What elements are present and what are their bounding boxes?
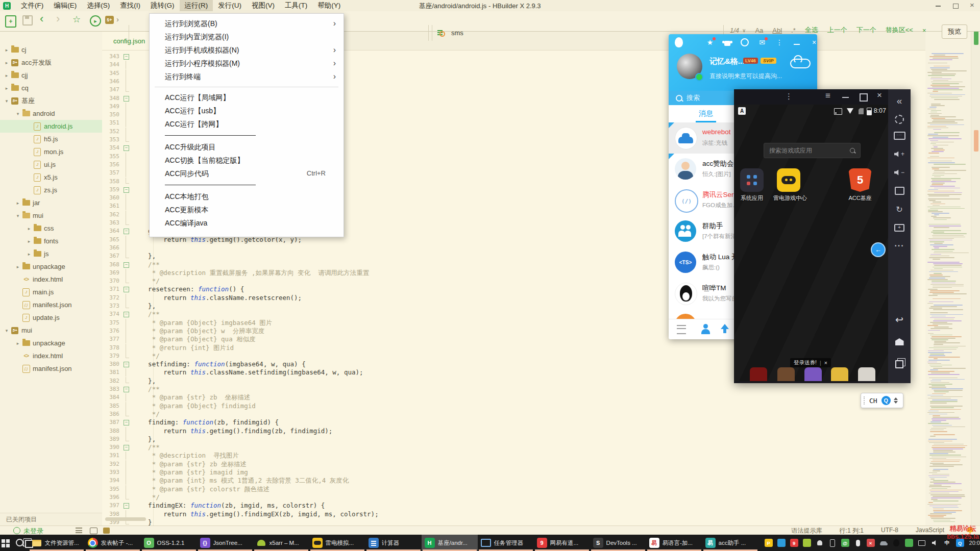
language-label[interactable]: JavaScript [916,527,944,535]
tree-item-js[interactable]: ▸js [0,247,102,260]
fold-collapse-icon[interactable]: − [124,187,129,193]
chevron-right-icon[interactable]: ▸ [3,60,10,65]
app-game-center[interactable]: 雷电游戏中心 [773,168,804,202]
device-5plus-icon[interactable]: 5+ [105,16,114,24]
tree-item-manifest.json[interactable]: {;}manifest.json [0,298,102,311]
horizontal-scrollbar[interactable] [105,517,146,521]
preview-button[interactable]: 预览 [942,24,967,39]
code-line[interactable]: 389 }, [102,435,919,443]
fold-collapse-icon[interactable]: − [124,445,129,450]
keyboard-icon[interactable] [888,128,911,143]
floating-ball[interactable]: ← [871,242,886,257]
chevron-down-icon[interactable]: ▾ [14,213,21,218]
game-shortcut[interactable]: 一刀999级 [745,367,772,381]
maximize-icon[interactable] [952,3,959,9]
phone-tray-icon[interactable] [828,539,837,547]
more-menu-icon[interactable]: ⋮ [785,92,793,101]
taskbar-app[interactable]: x5arr – M... [253,535,309,551]
code-line[interactable]: 399 } [102,518,919,525]
code-line[interactable]: 387− findimg: function(zb, findimgid) { [102,418,919,427]
chevron-right-icon[interactable]: ▸ [26,239,33,244]
tree-item-manifest.json[interactable]: {;}manifest.json [0,362,102,375]
game-shortcut[interactable]: 侠客道 [800,367,826,381]
chevron-right-icon[interactable]: ▸ [3,73,10,78]
emulator-screen[interactable]: A 8:07 搜索游戏或应用 系统应用雷电游戏中心5ACC基座 一刀999级开局… [734,105,888,381]
run-menu-item[interactable]: ACC切换【当前稳定版】 [150,154,344,167]
regex-button[interactable]: .* [791,27,796,34]
code-line[interactable]: 395 * @param {str} colorstr 颜色描述 [102,485,919,493]
menubar-item[interactable]: 跳转(G) [145,0,180,11]
taskbar-app[interactable]: 任务管理器 [478,535,534,551]
tree-item-cq[interactable]: ▸cq [0,82,102,94]
tree-item-[interactable]: ▾5+基座 [0,94,102,107]
tree-item-css[interactable]: ▸css [0,222,102,235]
fold-collapse-icon[interactable]: − [124,362,129,367]
run-menu-item[interactable]: ACC更新模本 [150,203,344,216]
encoding-label[interactable]: UTF-8 [881,527,898,535]
tree-item-fonts[interactable]: ▸fonts [0,235,102,247]
code-line[interactable]: 394 * @param {int} ms 模式 1普通,2 去除背景 3二值化… [102,477,919,485]
forward-icon[interactable]: › [56,12,60,26]
qq-minimize-icon[interactable] [792,38,801,47]
taskbar-app[interactable]: 易易语言-加... [646,535,702,551]
signature[interactable]: 直接说明来意可以提高沟... [709,72,782,81]
volume-up-icon[interactable] [888,146,911,162]
settings-icon[interactable] [888,112,911,127]
tree-item-index.html[interactable]: <>index.html [0,273,102,286]
chevron-right-icon[interactable]: ▸ [14,201,21,206]
favorite-star-icon[interactable]: ★ [705,38,715,47]
tab-messages[interactable]: 消息 [669,105,743,122]
code-line[interactable]: 396 */ [102,493,919,502]
taskbar-app[interactable]: 文件资源管... [29,535,85,551]
chevron-down-icon[interactable]: ▾ [14,111,21,116]
qq-tray-icon[interactable] [892,539,900,547]
game-shortcut[interactable]: 原始传奇 [853,367,880,381]
menubar-item[interactable]: 发行(U) [213,0,247,11]
minimize-icon[interactable] [842,97,849,98]
code-line[interactable]: 391 * @description 寻找图片 [102,452,919,460]
tree-item-android.js[interactable]: Jandroid.js [0,120,102,133]
taskbar-app[interactable]: 易acc助手 ... [702,535,758,551]
chevron-right-icon[interactable]: ▸ [26,252,33,257]
code-line[interactable]: 392 * @param {str} zb 坐标描述 [102,460,919,468]
start-button-icon[interactable] [0,535,11,551]
tree-item-unpackage[interactable]: ▸unpackage [0,260,102,273]
match-case-button[interactable]: Aa [755,27,763,34]
fold-collapse-icon[interactable]: − [124,387,129,392]
code-line[interactable]: 386 */ [102,410,919,418]
taskbar-search-icon[interactable] [11,535,19,551]
fullscreen-icon[interactable] [888,183,911,198]
menubar-item[interactable]: 运行(R) [180,0,213,11]
chevron-right-icon[interactable]: ▸ [3,47,10,53]
fold-collapse-icon[interactable]: − [124,262,129,268]
bell-tray-icon[interactable] [816,539,824,547]
tree-item-mui[interactable]: ▾5+mui [0,324,102,337]
menubar-item[interactable]: 查找(I) [115,0,145,11]
whole-word-button[interactable]: Abl [772,27,782,34]
tree-item-unpackage[interactable]: ▸unpackage [0,337,102,349]
ime-expand-icon[interactable] [894,397,898,404]
run-menu-item[interactable]: 运行到手机或模拟器(N)› [150,43,344,57]
new-file-icon[interactable]: + [5,15,16,28]
vertical-scrollbar[interactable] [971,32,980,525]
sogou-icon[interactable]: Q [881,396,891,405]
minimap[interactable] [925,32,971,525]
taskbar-app[interactable]: H基座/andr... [422,535,478,551]
flash-tray-icon[interactable]: P [765,539,773,547]
outfit-icon[interactable] [723,38,732,47]
code-line[interactable]: 393 * @param {str} imagid img [102,468,919,477]
taskbar-app[interactable]: {}JsonTree... [197,535,253,551]
fold-collapse-icon[interactable]: − [124,96,129,102]
drag-handle[interactable] [864,396,867,405]
app-system[interactable]: 系统应用 [737,168,767,202]
code-line[interactable]: 388 return this.getimg().findimg(zb, fin… [102,427,919,435]
voice-tray-icon[interactable] [777,539,786,547]
android-tray-icon[interactable] [803,539,811,547]
chevron-right-icon[interactable]: ▸ [3,86,10,91]
outline-icon[interactable] [76,528,82,533]
close-find-icon[interactable]: × [922,27,926,34]
run-menu-item[interactable]: ACC运行【跨网】 [150,117,344,131]
run-menu-item[interactable]: 运行到小程序模拟器(M)› [150,57,344,70]
menubar-item[interactable]: 文件(F) [16,0,48,11]
minimize-icon[interactable] [935,3,941,9]
